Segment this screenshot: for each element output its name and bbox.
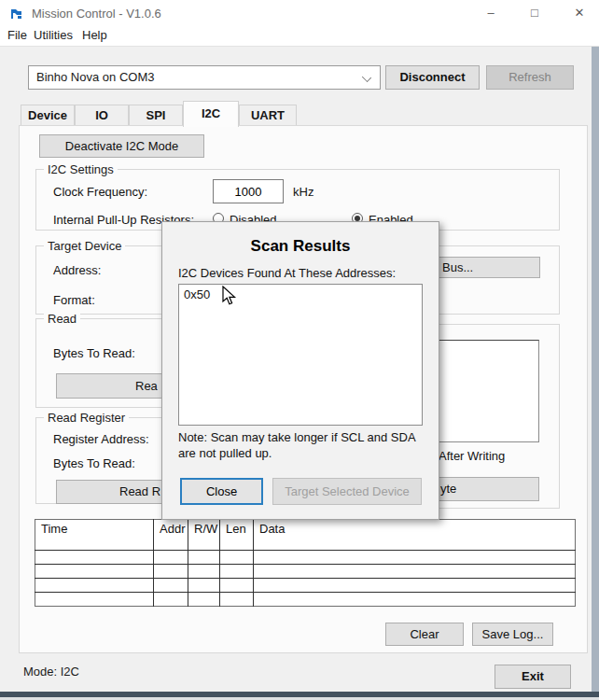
refresh-button: Refresh: [486, 65, 574, 90]
address-label: Address:: [53, 263, 101, 277]
col-data: Data: [254, 520, 576, 551]
i2c-settings-group-title: I2C Settings: [44, 162, 118, 176]
log-table: Time Addr R/W Len Data: [35, 519, 576, 607]
device-select-value: Binho Nova on COM3: [36, 70, 154, 84]
dialog-note: Note: Scan may take longer if SCL and SD…: [178, 429, 434, 461]
titlebar: Mission Control - V1.0.6 – □ ✕ File Util…: [0, 0, 599, 47]
tab-device[interactable]: Device: [21, 105, 75, 126]
tab-io[interactable]: IO: [75, 105, 129, 126]
clock-frequency-unit: kHz: [293, 185, 313, 199]
menu-utilities[interactable]: Utilities: [34, 28, 73, 42]
read-register-group-title: Read Register: [44, 411, 129, 425]
window-right-edge: [592, 47, 599, 693]
list-item[interactable]: 0x50: [179, 285, 422, 301]
col-rw: R/W: [188, 520, 220, 551]
mouse-cursor-icon: [222, 286, 237, 306]
device-select[interactable]: Binho Nova on COM3: [28, 65, 381, 90]
tab-spi[interactable]: SPI: [129, 105, 183, 126]
dialog-title: Scan Results: [162, 237, 439, 256]
exit-button[interactable]: Exit: [495, 665, 571, 689]
menu-help[interactable]: Help: [82, 28, 107, 42]
bytes-to-read-label: Bytes To Read:: [53, 346, 135, 360]
read-register-bytes-label: Bytes To Read:: [53, 456, 135, 470]
close-icon[interactable]: ✕: [567, 4, 592, 22]
clock-frequency-label: Clock Frequency:: [53, 185, 147, 199]
target-device-group-title: Target Device: [44, 239, 125, 253]
read-group-title: Read: [44, 312, 80, 326]
minimize-icon[interactable]: –: [479, 4, 503, 22]
dialog-found-label: I2C Devices Found At These Addresses:: [178, 266, 396, 280]
clock-frequency-input[interactable]: [213, 179, 284, 203]
table-row: [35, 551, 576, 565]
scan-results-dialog: Scan Results I2C Devices Found At These …: [161, 221, 439, 520]
after-writing-label[interactable]: After Writing: [439, 449, 505, 463]
clear-button[interactable]: Clear: [385, 623, 464, 646]
save-log-button[interactable]: Save Log...: [472, 623, 553, 646]
maximize-icon[interactable]: □: [522, 4, 547, 22]
app-window: Mission Control - V1.0.6 – □ ✕ File Util…: [0, 0, 599, 700]
tab-i2c[interactable]: I2C: [183, 101, 239, 127]
table-row: [35, 593, 576, 607]
format-label: Format:: [53, 293, 95, 307]
scan-results-listbox[interactable]: 0x50: [178, 284, 423, 426]
tab-uart[interactable]: UART: [239, 105, 297, 126]
app-logo-icon: [9, 7, 24, 21]
menu-file[interactable]: File: [7, 28, 27, 42]
table-row: [35, 565, 576, 579]
dialog-close-button[interactable]: Close: [180, 478, 263, 505]
col-addr: Addr: [154, 520, 188, 551]
col-time: Time: [35, 520, 154, 551]
target-selected-device-button: Target Selected Device: [272, 478, 422, 505]
table-row: [35, 579, 576, 593]
log-table-header: Time Addr R/W Len Data: [35, 520, 576, 551]
status-mode-label: Mode: I2C: [23, 665, 79, 679]
deactivate-i2c-button[interactable]: Deactivate I2C Mode: [39, 134, 204, 158]
disconnect-button[interactable]: Disconnect: [385, 65, 480, 90]
window-title: Mission Control - V1.0.6: [32, 7, 161, 21]
register-address-label: Register Address:: [53, 432, 149, 446]
col-len: Len: [220, 520, 254, 551]
chevron-down-icon: [362, 73, 371, 82]
